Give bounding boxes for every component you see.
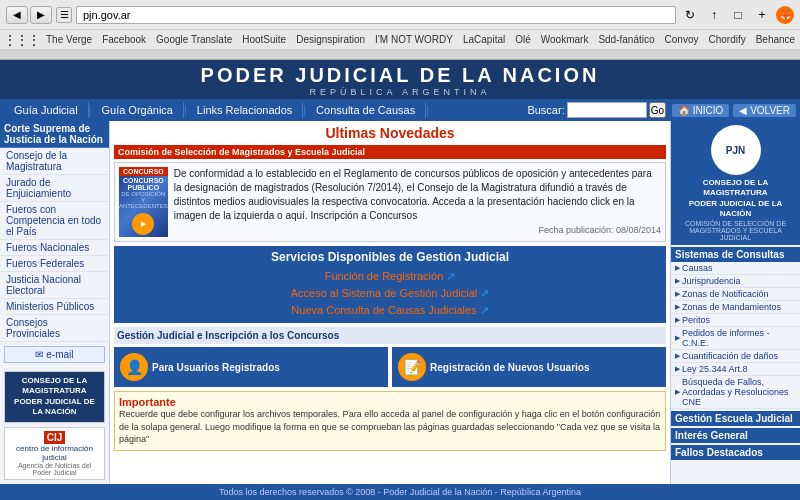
right-section-interes: Interés General [671, 428, 800, 443]
right-section-gestion: Gestión Escuela Judicial [671, 411, 800, 426]
bookmark-wookmark[interactable]: Wookmark [537, 34, 593, 45]
nav-links[interactable]: Links Relacionados [187, 102, 303, 118]
bookmark-sddfanatico[interactable]: Sdd-fanático [594, 34, 658, 45]
site-header: PODER JUDICIAL DE LA NACION REPÚBLICA AR… [0, 60, 800, 99]
sidebar-item-fueros-fed[interactable]: Fueros Federales [0, 256, 109, 272]
sidebar-toggle[interactable]: ☰ [56, 7, 72, 23]
tab-button[interactable]: □ [728, 6, 748, 24]
nav-consulta[interactable]: Consulta de Causas [306, 102, 426, 118]
right-logo-sub: COMISIÓN DE SELECCIÓN DEMAGISTRADOS Y ES… [675, 220, 796, 241]
services-box: Servicios Disponibles de Gestión Judicia… [114, 246, 666, 323]
news-box: CONCURSO CONCURSO PUBLICO DE OPOSICIÓN Y… [114, 162, 666, 242]
right-logo-title: CONSEJO DE LA MAGISTRATURAPODER JUDICIAL… [675, 178, 796, 220]
center-content: Ultimas Novedades Comisión de Selección … [110, 121, 670, 484]
inicio-button[interactable]: 🏠 INICIO [672, 104, 729, 117]
sidebar-item-ministerios[interactable]: Ministerios Públicos [0, 299, 109, 315]
news-title: Ultimas Novedades [114, 125, 666, 141]
right-sidebar: PJN CONSEJO DE LA MAGISTRATURAPODER JUDI… [670, 121, 800, 484]
bookmark-googletranslate[interactable]: Google Translate [152, 34, 236, 45]
bookmark-theverge[interactable]: The Verge [42, 34, 96, 45]
page-content: PODER JUDICIAL DE LA NACION REPÚBLICA AR… [0, 60, 800, 500]
services-title: Servicios Disponibles de Gestión Judicia… [118, 250, 662, 264]
volver-button[interactable]: ◀ VOLVER [733, 104, 796, 117]
right-logo-image: PJN [711, 125, 761, 175]
browser-toolbar: ◀ ▶ ☰ ↻ ↑ □ + 🦊 [0, 0, 800, 30]
bookmark-facebook[interactable]: Facebook [98, 34, 150, 45]
email-button[interactable]: ✉ e-mail [4, 346, 105, 363]
right-item-busqueda-fallos[interactable]: Búsqueda de Fallos, Acordadas y Resoluci… [671, 376, 800, 409]
sidebar-logos: CONSEJO DE LA MAGISTRATURAPODER JUDICIAL… [0, 367, 109, 484]
right-item-causas[interactable]: Causas [671, 262, 800, 275]
bookmark-chordify[interactable]: Chordify [704, 34, 749, 45]
new-tab-button[interactable]: + [752, 6, 772, 24]
reg-new-label: Registración de Nuevos Usuarios [430, 362, 590, 373]
forward-button[interactable]: ▶ [30, 6, 52, 24]
email-icon: ✉ [35, 349, 43, 360]
right-logo-box: PJN CONSEJO DE LA MAGISTRATURAPODER JUDI… [671, 121, 800, 245]
bookmark-ole[interactable]: Olé [511, 34, 535, 45]
search-label: Buscar: [527, 104, 564, 116]
sidebar-item-justicia-elect[interactable]: Justicia Nacional Electoral [0, 272, 109, 299]
site-subtitle: REPÚBLICA ARGENTINA [0, 87, 800, 97]
reg-registered-icon: 👤 [120, 353, 148, 381]
apps-icon[interactable]: ⋮⋮⋮ [4, 33, 40, 47]
bookmark-behance[interactable]: Behance [752, 34, 799, 45]
nav-buttons: ◀ ▶ [6, 6, 52, 24]
right-item-ley25344[interactable]: Ley 25.344 Art.8 [671, 363, 800, 376]
reg-registered-button[interactable]: 👤 Para Usuarios Registrados [114, 347, 388, 387]
important-text: Recuerde que debe configurar los archivo… [119, 408, 661, 446]
bookmark-lacapital[interactable]: LaCapital [459, 34, 509, 45]
right-item-jurisprudencia[interactable]: Jurisprudencia [671, 275, 800, 288]
reg-section-title: Gestión Judicial e Inscripción a los Con… [114, 327, 666, 344]
search-button[interactable]: Go [649, 102, 666, 118]
news-date: Fecha publicación: 08/08/2014 [174, 225, 661, 235]
bookmark-convoy[interactable]: Convoy [661, 34, 703, 45]
right-item-zonas-mand[interactable]: Zonas de Mandamientos [671, 301, 800, 314]
sidebar-item-fueros-comp[interactable]: Fueros con Competencia en todo el País [0, 202, 109, 240]
nav-guia-organica[interactable]: Guía Orgánica [91, 102, 184, 118]
nav-guia-judicial[interactable]: Guía Judicial [4, 102, 89, 118]
bookmarks-bar: ⋮⋮⋮ The Verge Facebook Google Translate … [0, 30, 800, 50]
home-icon: 🏠 [678, 105, 690, 116]
site-title: PODER JUDICIAL DE LA NACION [0, 64, 800, 87]
back-button[interactable]: ◀ [6, 6, 28, 24]
news-text: De conformidad a lo establecido en el Re… [174, 167, 661, 223]
reg-new-button[interactable]: 📝 Registración de Nuevos Usuarios [392, 347, 666, 387]
share-button[interactable]: ↑ [704, 6, 724, 24]
sidebar-item-consejo[interactable]: Consejo de la Magistratura [0, 148, 109, 175]
sidebar-item-fueros-nac[interactable]: Fueros Nacionales [0, 240, 109, 256]
browser-chrome: ◀ ▶ ☰ ↻ ↑ □ + 🦊 ⋮⋮⋮ The Verge Facebook G… [0, 0, 800, 60]
important-title: Importante [119, 396, 661, 408]
logo-poder-judicial[interactable]: CONSEJO DE LA MAGISTRATURAPODER JUDICIAL… [4, 371, 105, 423]
nav-search: Buscar: Go [527, 102, 666, 118]
search-input[interactable] [567, 102, 647, 118]
important-box: Importante Recuerde que debe configurar … [114, 391, 666, 451]
footer: Todos los derechos reservados © 2008 - P… [0, 484, 800, 500]
right-item-cuantificacion[interactable]: Cuantificación de daños [671, 350, 800, 363]
concurso-image[interactable]: CONCURSO CONCURSO PUBLICO DE OPOSICIÓN Y… [119, 167, 168, 237]
service-consulta[interactable]: Nueva Consulta de Causas Judiciales [118, 302, 662, 319]
bookmark-hootsuite[interactable]: HootSuite [238, 34, 290, 45]
back-icon: ◀ [739, 105, 747, 116]
sidebar-item-jurado[interactable]: Jurado de Enjuiciamiento [0, 175, 109, 202]
concurso-play-icon[interactable]: ▶ [132, 213, 154, 235]
reload-button[interactable]: ↻ [680, 6, 700, 24]
right-section-fallos: Fallos Destacados [671, 445, 800, 460]
right-item-zonas-notif[interactable]: Zonas de Notificación [671, 288, 800, 301]
right-item-pedidos[interactable]: Pedidos de informes - C.N.E. [671, 327, 800, 350]
sidebar-item-consejos[interactable]: Consejos Provinciales [0, 315, 109, 342]
reg-registered-label: Para Usuarios Registrados [152, 362, 280, 373]
bookmark-designspiration[interactable]: Designspiration [292, 34, 369, 45]
commission-title: Comisión de Selección de Magistrados y E… [114, 145, 666, 159]
address-bar[interactable] [76, 6, 676, 24]
service-registro[interactable]: Función de Registración [118, 268, 662, 285]
service-acceso[interactable]: Acceso al Sistema de Gestión Judicial [118, 285, 662, 302]
logo-cij[interactable]: CIJ centro de información judicial Agenc… [4, 427, 105, 480]
bookmark-notwordy[interactable]: I'M NOT WORDY [371, 34, 457, 45]
concurso-overlay: CONCURSO [119, 167, 168, 176]
concurso-sub: DE OPOSICIÓN Y ANTECEDENTES [119, 191, 168, 209]
right-item-peritos[interactable]: Peritos [671, 314, 800, 327]
sidebar-section-corte[interactable]: Corte Suprema de Justicia de la Nación [0, 121, 109, 148]
reg-new-icon: 📝 [398, 353, 426, 381]
main-content-area: Corte Suprema de Justicia de la Nación C… [0, 121, 800, 484]
